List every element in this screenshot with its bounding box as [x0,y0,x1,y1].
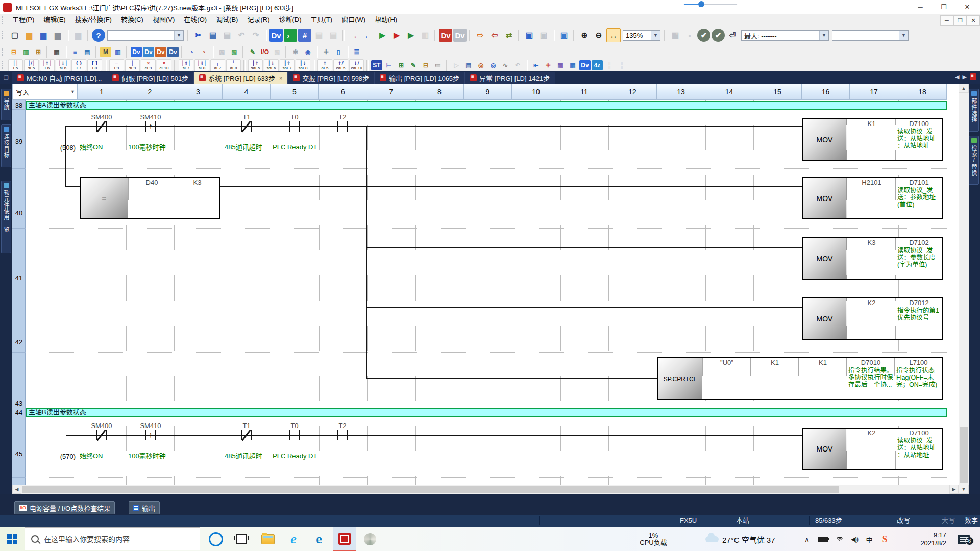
watch-combobox[interactable]: ▼ [832,30,909,41]
device-find-icon[interactable]: Dv [270,29,283,42]
monitor-start-icon[interactable]: ▣ [523,29,536,42]
device-tree-icon[interactable]: Dv [167,47,179,57]
tab-scroll-left-icon[interactable]: ◀ [955,73,959,80]
open-folder-icon[interactable]: ▆ [22,29,36,42]
plc-write-icon[interactable]: ⇨ [474,29,487,42]
cross-reference-icon[interactable]: # [298,29,311,42]
menu-item-h[interactable]: 帮助(H) [370,14,402,26]
dock-tab-output[interactable]: 输出 [129,501,160,514]
check-parameter-icon[interactable]: ✔ [712,29,725,42]
dock-tab-power-io-check[interactable]: I/O 电源容量 / I/O点数检查结果 [14,501,115,514]
zoom-in-icon[interactable]: ⊕ [578,29,591,42]
help-icon[interactable]: ? [92,29,105,42]
watch-timer-icon[interactable]: ◔ [186,47,197,57]
ladder-symbol-f5-button[interactable]: ┤├F5 [8,59,23,71]
pause-monitor-icon[interactable]: ▯ [333,47,344,57]
mdi-restore-button[interactable]: ❐ [953,15,967,26]
disabled-icon[interactable]: ▤ [327,29,340,42]
new-file-icon[interactable]: ▢ [8,29,21,42]
disabled-icon[interactable]: ▧ [272,47,283,57]
undo-icon[interactable]: ↶ [235,29,248,42]
scroll-left-icon[interactable]: ◀ [12,485,21,494]
align-left-icon[interactable]: ⇤ [530,60,542,70]
paste-icon[interactable]: ▤ [220,29,234,42]
ladder-symbol-saf7-button[interactable]: ╂⇑saF7 [280,59,295,71]
document-tab-4[interactable]: 输出 [PRG] [LD] 1065步 [375,72,465,84]
find-result-icon[interactable]: ▶ [404,29,418,42]
ladder-symbol-cf9-button[interactable]: ✕cF9 [141,59,156,71]
ladder-symbol-f9-button[interactable]: ─F9 [109,59,124,71]
jump-next-icon[interactable]: → [347,29,360,42]
ladder-symbol-sf8-button[interactable]: ┤⇓├sF8 [194,59,209,71]
contact-no-symbol[interactable] [289,121,300,132]
memory-card-icon[interactable]: ▧ [216,47,228,57]
device-comment-icon[interactable]: Dv [131,47,142,57]
ladder-symbol-f7-button[interactable]: ( )F7 [71,59,86,71]
sp-cprtcl-instruction-block[interactable]: SP.CPRTCL "U0" K1 K1 D7010指令执行结果。多协议执行时保… [657,357,943,400]
tab-scroll-right-icon[interactable]: ▶ [963,73,967,80]
chevron-down-icon[interactable]: ▼ [651,31,660,40]
find-stop-icon[interactable]: ▶ [390,29,403,42]
ladder-symbol-af7-button[interactable]: ┐aF7 [210,59,225,71]
plc-read-icon[interactable]: ⇦ [488,29,501,42]
task-view-button[interactable] [230,527,253,551]
document-tab-2[interactable]: 系统 [PRG] [LD] 633步× [194,72,288,84]
zoom-level-combobox[interactable]: 135%▼ [623,30,660,41]
left-dock-tab-1[interactable]: 导航 [1,89,11,120]
pointer-red-icon[interactable]: ✛ [543,60,554,70]
taskbar-search-input[interactable]: 在这里输入你要搜索的内容 [24,527,200,550]
jump-step-icon[interactable]: ⏎ [726,29,739,42]
st-editor-icon[interactable]: ST [371,60,382,70]
ime-indicator[interactable]: 中 [863,527,876,551]
fit-width-icon[interactable]: ↔ [606,28,621,42]
ladder-symbol-caf10-button[interactable]: ↓/caF10 [349,59,364,71]
dev-blue-icon[interactable]: Dv [579,60,591,70]
right-dock-tab-1[interactable]: 部件选择 [969,89,979,132]
window-list-icon[interactable]: ❐ [0,72,12,84]
dev-display-off-icon[interactable]: Dv [453,29,467,42]
program-window-icon[interactable]: ▥ [20,47,32,57]
find-binoculars-icon[interactable]: M [100,47,111,57]
block-edit-icon[interactable]: ▦ [567,60,578,70]
edit-mode-icon[interactable]: ✎ [408,60,419,70]
wifi-indicator[interactable] [832,527,846,551]
probe-icon[interactable]: ✛ [321,47,332,57]
document-tab-1[interactable]: 伺服 [PRG] [LD] 501步 [107,72,194,84]
menu-item-v[interactable]: 视图(V) [148,14,179,26]
save-icon[interactable]: ▆ [37,29,50,42]
note-list-icon[interactable]: ▤ [82,47,93,57]
check-program-icon[interactable]: ✔ [697,29,710,42]
device-monitor-icon[interactable]: ›_ [284,29,297,42]
vertical-scrollbar[interactable]: ▲ ▼ [959,84,969,494]
parameter-builder-icon[interactable]: ▧ [229,47,240,57]
ladder-symbol-f8-button[interactable]: [ ]F8 [87,59,102,71]
file-explorer-button[interactable] [256,527,280,551]
right-dock-tab-2[interactable]: 检索/替换 [969,136,979,185]
options-wheel-icon[interactable]: ✱ [290,47,301,57]
ladder-symbol-sf9-button[interactable]: │sF9 [125,59,140,71]
copy-icon[interactable]: ▤ [206,29,219,42]
mov-instruction-block[interactable]: MOV K1 D7100读取协议_发送：从站地址 ：从站地址 [802,118,943,161]
inline-st-icon[interactable]: ⊞ [396,60,407,70]
paste-clipboard-icon[interactable]: ▆ [71,29,85,42]
ladder-symbol-saf6-button[interactable]: ╂↓saF6 [264,59,279,71]
menu-item-c[interactable]: 转换(C) [116,14,148,26]
contact-no-symbol[interactable] [337,430,348,440]
taskbar-clock[interactable]: 9:172021/8/2 [899,527,946,551]
ladder-symbol-cf10-button[interactable]: ✕cF10 [157,59,172,71]
label-list-icon[interactable]: ⊞ [33,47,44,57]
ladder-symbol-caf5-button[interactable]: ↑/caF5 [333,59,348,71]
ladder-symbol-saf5-button[interactable]: ╂↑saF5 [248,59,263,71]
menu-item-p[interactable]: 工程(P) [8,14,39,26]
statement-icon[interactable]: ≔ [432,60,444,70]
plc-verify-icon[interactable]: ⇄ [502,29,516,42]
statement-list-icon[interactable]: ≡ [69,47,81,57]
document-tab-3[interactable]: 交握 [PRG] [LD] 598步 [288,72,375,84]
internet-explorer-button[interactable]: e [282,527,305,551]
tray-expand-button[interactable]: ∧ [800,527,814,551]
app-swirl-button[interactable] [358,527,382,551]
close-button[interactable]: ✕ [955,0,979,14]
mov-instruction-block[interactable]: MOV H2101 D7101读取协议_发送：参数地址(首位) [802,177,943,219]
undo-ladder-icon[interactable]: ↶ [512,60,523,70]
menu-item-d[interactable]: 诊断(D) [274,14,306,26]
